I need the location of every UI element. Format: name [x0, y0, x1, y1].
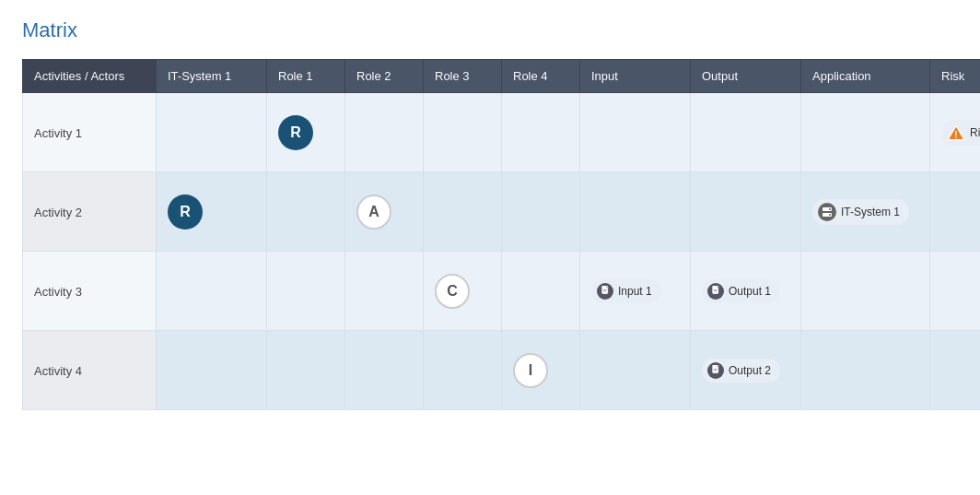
risk-label: Risk 1 [970, 126, 980, 139]
col-header-role4: Role 4 [502, 60, 580, 93]
col-header-role3: Role 3 [424, 60, 502, 93]
matrix-table: Activities / Actors IT-System 1 Role 1 R… [22, 59, 980, 410]
risk-tag[interactable]: ! Risk 1 [941, 120, 980, 146]
role3-cell [424, 172, 502, 252]
output-cell: Output 1 [691, 252, 801, 331]
application-label: IT-System 1 [841, 206, 900, 218]
role4-cell [502, 252, 580, 331]
risk-cell [930, 331, 981, 410]
role-badge: R [278, 115, 313, 150]
col-header-itsystem1: IT-System 1 [157, 60, 267, 93]
svg-rect-8 [602, 289, 606, 290]
output-cell [691, 93, 801, 172]
output-tag[interactable]: Output 1 [702, 279, 780, 303]
doc-icon [707, 362, 724, 379]
table-row: Activity 1 R ! Risk 1 [23, 93, 981, 172]
svg-point-4 [829, 208, 831, 210]
risk-cell [930, 172, 981, 252]
doc-icon [597, 283, 613, 300]
role4-cell [502, 172, 580, 252]
activity-cell: Activity 4 [23, 331, 157, 410]
svg-rect-9 [602, 291, 605, 292]
application-tag[interactable]: IT-System 1 [812, 199, 909, 225]
table-row: Activity 4 I Output 2 [23, 331, 981, 410]
application-cell: IT-System 1 [801, 172, 930, 252]
doc-icon [707, 283, 724, 300]
activity-label: Activity 1 [34, 126, 82, 140]
risk-cell [930, 252, 981, 331]
role4-cell [502, 93, 580, 172]
server-icon [818, 203, 836, 221]
itsystem1-cell [157, 252, 267, 331]
output-label: Output 2 [729, 364, 771, 377]
role2-cell [345, 331, 424, 410]
role2-cell [345, 252, 424, 331]
col-header-input: Input [580, 60, 691, 93]
col-header-role1: Role 1 [267, 60, 345, 93]
role1-cell [267, 331, 345, 410]
role-badge: C [435, 274, 470, 309]
input-cell: Input 1 [580, 252, 691, 331]
role1-cell [267, 252, 345, 331]
svg-text:!: ! [954, 130, 957, 140]
input-cell [580, 331, 691, 410]
output-label: Output 1 [729, 285, 771, 298]
page-title: Matrix [22, 18, 958, 42]
col-header-risk: Risk [930, 60, 981, 93]
role1-cell [267, 172, 345, 252]
activity-cell: Activity 1 [23, 93, 157, 172]
itsystem1-cell: R [157, 172, 267, 252]
table-row: Activity 3 C Input 1 Output 1 [23, 252, 981, 331]
itsystem1-cell [157, 93, 267, 172]
input-tag[interactable]: Input 1 [591, 279, 661, 303]
risk-cell: ! Risk 1 [930, 93, 981, 172]
role3-cell [424, 93, 502, 172]
col-header-role2: Role 2 [345, 60, 424, 93]
svg-point-5 [829, 214, 831, 216]
role1-cell: R [267, 93, 345, 172]
col-header-application: Application [801, 60, 930, 93]
svg-rect-17 [713, 371, 716, 371]
svg-rect-12 [713, 289, 717, 290]
svg-rect-16 [713, 369, 717, 370]
input-cell [580, 172, 691, 252]
role3-cell [424, 331, 502, 410]
col-header-output: Output [691, 60, 801, 93]
svg-rect-13 [713, 291, 716, 292]
role-badge: R [168, 194, 203, 230]
application-cell [801, 93, 930, 172]
activity-label: Activity 4 [34, 364, 82, 378]
activity-cell: Activity 2 [23, 172, 157, 252]
application-cell [801, 331, 930, 410]
role4-cell: I [502, 331, 580, 410]
output-tag[interactable]: Output 2 [702, 359, 780, 383]
input-cell [580, 93, 691, 172]
role-badge: I [513, 353, 548, 388]
itsystem1-cell [157, 331, 267, 410]
role2-cell: A [345, 172, 424, 252]
role2-cell [345, 93, 424, 172]
output-cell: Output 2 [691, 331, 801, 410]
output-cell [691, 172, 801, 252]
input-label: Input 1 [618, 285, 652, 298]
activity-label: Activity 3 [34, 285, 82, 299]
activity-cell: Activity 3 [23, 252, 157, 331]
role-badge: A [356, 194, 391, 230]
role3-cell: C [424, 252, 502, 331]
col-header-activities: Activities / Actors [23, 60, 157, 93]
risk-triangle-icon: ! [947, 124, 965, 142]
table-row: Activity 2 R A IT-System 1 [23, 172, 981, 252]
application-cell [801, 252, 930, 331]
activity-label: Activity 2 [34, 206, 82, 219]
